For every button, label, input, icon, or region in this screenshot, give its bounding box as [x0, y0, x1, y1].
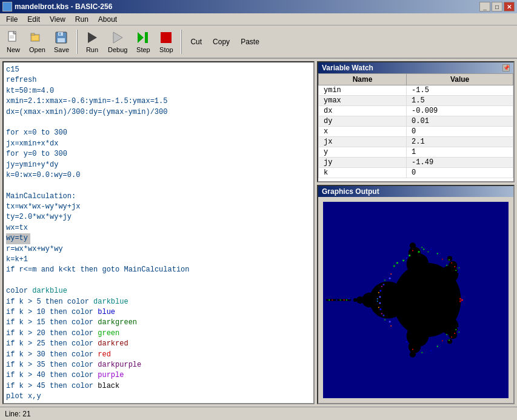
variable-row: ymin-1.5	[319, 85, 513, 96]
right-pane: Variable Watch 📌 Name Value ymin-1.5ymax…	[317, 61, 515, 404]
code-line: jy=ymin+y*dy	[6, 160, 311, 170]
svg-point-58	[449, 259, 450, 261]
new-button[interactable]: New	[2, 29, 24, 55]
svg-point-54	[458, 267, 459, 268]
svg-point-32	[449, 330, 457, 339]
menu-edit[interactable]: Edit	[22, 14, 45, 25]
code-line: if k > 30 then color red	[6, 350, 311, 360]
variable-name: jy	[319, 158, 407, 168]
svg-point-51	[461, 299, 463, 301]
svg-point-65	[406, 258, 407, 259]
variable-value: -0.009	[407, 106, 513, 116]
svg-point-43	[382, 284, 384, 285]
svg-point-19	[362, 293, 376, 307]
svg-point-24	[410, 242, 416, 248]
svg-rect-14	[145, 32, 148, 43]
variable-value: 1	[407, 147, 513, 158]
svg-point-90	[377, 298, 378, 299]
stop-button[interactable]: Stop	[155, 29, 177, 55]
graphics-output-title: Graphics Output	[322, 187, 379, 196]
svg-point-85	[329, 299, 330, 301]
window-controls: _ □ ✕	[479, 2, 515, 12]
svg-point-91	[377, 301, 378, 302]
run-button[interactable]: Run	[81, 29, 103, 55]
mandelbrot-fractal	[323, 202, 509, 398]
variable-row: y1	[319, 147, 513, 158]
code-line: if k > 10 then color blue	[6, 307, 311, 318]
variable-row: k0	[319, 168, 513, 178]
svg-point-33	[447, 339, 452, 344]
copy-button[interactable]: Copy	[208, 35, 235, 48]
save-button[interactable]: Save	[50, 29, 73, 55]
code-line: wx=tx	[6, 223, 311, 233]
svg-point-21	[353, 298, 357, 302]
run-icon	[85, 30, 99, 45]
svg-point-23	[409, 247, 421, 259]
step-button[interactable]: Step	[132, 29, 154, 55]
svg-point-89	[378, 292, 379, 293]
variable-name: dx	[319, 106, 407, 116]
variable-watch-pin-icon[interactable]: 📌	[502, 64, 510, 72]
svg-point-75	[430, 350, 432, 352]
minimize-button[interactable]: _	[479, 2, 490, 12]
svg-point-56	[454, 266, 455, 267]
maximize-button[interactable]: □	[492, 2, 502, 12]
step-label: Step	[136, 46, 150, 53]
code-line: jx=xmin+x*dx	[6, 139, 311, 149]
window-title: mandelbrot.kbs - BASIC-256	[15, 2, 112, 11]
debug-button[interactable]: Debug	[104, 29, 131, 55]
svg-point-94	[384, 319, 385, 321]
svg-point-86	[390, 273, 392, 275]
variable-watch-header: Variable Watch 📌	[318, 62, 513, 73]
code-line	[6, 276, 311, 286]
code-line-highlighted: wy=ty	[6, 233, 30, 244]
code-line: kt=50:m=4.0	[6, 86, 311, 96]
code-pane: c15 refresh kt=50:m=4.0 xmin=2.1:xmax=-0…	[2, 61, 315, 404]
svg-point-52	[459, 301, 461, 302]
variable-name: ymin	[319, 85, 407, 96]
svg-rect-2	[10, 36, 14, 36]
svg-point-44	[379, 290, 381, 292]
code-line: if k > 25 then color darkred	[6, 339, 311, 349]
svg-point-36	[409, 255, 410, 256]
variable-row: jy-1.49	[319, 158, 513, 168]
svg-point-72	[406, 341, 407, 342]
svg-point-61	[457, 327, 458, 328]
close-button[interactable]: ✕	[504, 2, 515, 12]
code-line: if k > 40 then color purple	[6, 370, 311, 381]
svg-point-67	[421, 247, 422, 248]
code-line: tx=wx*wx-wy*wy+jx	[6, 202, 311, 212]
svg-point-49	[389, 321, 391, 322]
variable-name: dy	[319, 116, 407, 127]
variable-name: x	[319, 127, 407, 137]
menu-view[interactable]: View	[45, 14, 70, 25]
svg-point-57	[451, 262, 452, 264]
code-line: next y	[6, 402, 311, 404]
code-line	[6, 181, 311, 191]
variable-value: 0.01	[407, 116, 513, 127]
menu-file[interactable]: File	[1, 14, 22, 25]
svg-point-27	[410, 352, 416, 358]
code-line: if k > 20 then color green	[6, 328, 311, 339]
svg-point-74	[421, 352, 422, 353]
code-line: dx=(xmax-xmin)/300:dy=(ymax-ymin)/300	[6, 107, 311, 118]
variable-row: x0	[319, 127, 513, 137]
svg-point-92	[378, 307, 379, 308]
code-editor[interactable]: c15 refresh kt=50:m=4.0 xmin=2.1:xmax=-0…	[4, 62, 313, 403]
svg-point-29	[449, 261, 457, 270]
svg-point-59	[455, 329, 456, 330]
mandelbrot-canvas	[323, 202, 509, 398]
svg-point-48	[382, 315, 384, 316]
col-value: Value	[407, 74, 513, 85]
variable-watch-title: Variable Watch	[322, 64, 373, 72]
svg-point-42	[389, 278, 391, 279]
cut-button[interactable]: Cut	[185, 35, 207, 48]
open-button[interactable]: Open	[25, 29, 49, 55]
menu-run[interactable]: Run	[70, 14, 93, 25]
menu-about[interactable]: About	[93, 14, 122, 25]
svg-rect-10	[59, 33, 61, 35]
debug-label: Debug	[108, 46, 127, 53]
app-icon	[2, 2, 12, 12]
svg-point-73	[412, 349, 413, 350]
paste-button[interactable]: Paste	[236, 35, 264, 48]
